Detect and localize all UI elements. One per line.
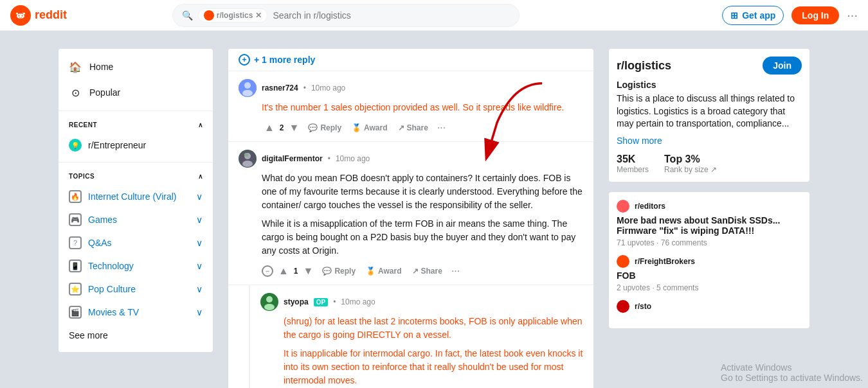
comment-styopa: styopa OP • 10mo ago (shrug) for at leas… (250, 285, 593, 388)
home-icon: 🏠 (69, 60, 82, 73)
avatar-digitalfermentor (239, 150, 257, 168)
popular-label: Popular (89, 87, 120, 98)
svg-point-5 (16, 12, 18, 14)
subreddit-name: r/logistics (217, 11, 253, 20)
search-input[interactable] (273, 10, 509, 21)
expand-qas-icon[interactable]: ∨ (196, 238, 203, 248)
feed-subreddit-name: r/editors (635, 202, 665, 211)
upvote-button-2[interactable]: ▲ (276, 263, 291, 279)
rank-value: Top 3% (664, 154, 717, 165)
sidebar-item-entrepreneur[interactable]: 💡 r/Entrepreneur (59, 134, 213, 157)
reply-button-2[interactable]: 💬 Reply (318, 264, 359, 278)
comment-author-2[interactable]: digitalFermentor (262, 154, 323, 163)
feed-item-sto[interactable]: r/sto (617, 300, 802, 313)
collapse-topics-icon[interactable]: ∧ (198, 173, 203, 180)
sidebar-item-qas[interactable]: ? Q&As ∨ (59, 231, 213, 254)
expand-replies-icon: + (239, 54, 250, 66)
qr-icon: ⊞ (730, 10, 738, 21)
top-navigation: reddit 🔍 r/logistics ✕ ⊞ Get app Log In … (0, 0, 868, 31)
comment-body: It's the number 1 sales objection provid… (239, 101, 583, 114)
expand-tech-icon[interactable]: ∨ (196, 261, 203, 271)
sidebar-item-technology[interactable]: 📱 Technology ∨ (59, 254, 213, 278)
nested-comment-styopa: styopa OP • 10mo ago (shrug) for at leas… (249, 285, 593, 388)
reddit-logo[interactable]: reddit (10, 5, 67, 26)
search-bar[interactable]: 🔍 r/logistics ✕ (172, 4, 520, 27)
feed-item-header-3: r/sto (617, 300, 802, 313)
pop-culture-icon: ⭐ (69, 283, 82, 295)
comment-body-3a: (shrug) for at least the last 2 incoterm… (260, 315, 583, 342)
more-options-button[interactable]: ··· (847, 8, 858, 22)
share-button-2[interactable]: ↗ Share (408, 264, 446, 278)
sidebar-item-popular[interactable]: ⊙ Popular (59, 80, 213, 105)
sidebar-item-movies-tv[interactable]: 🎬 Movies & TV ∨ (59, 301, 213, 324)
join-button[interactable]: Join (763, 57, 802, 75)
reply-button[interactable]: 💬 Reply (304, 121, 345, 135)
technology-icon: 📱 (69, 260, 82, 272)
internet-culture-icon: 🔥 (69, 190, 82, 203)
sidebar-item-games[interactable]: 🎮 Games ∨ (59, 208, 213, 231)
more-actions-button-2[interactable]: ··· (449, 263, 462, 279)
downvote-button-2[interactable]: ▼ (301, 263, 316, 279)
comment-digitalfermentor: digitalFermentor • 10mo ago What do you … (228, 142, 593, 285)
freightbrokers-icon (617, 255, 629, 268)
sidebar-left: 🏠 Home ⊙ Popular RECENT ∧ 💡 r/Entreprene… (59, 49, 213, 352)
editors-icon (617, 200, 629, 213)
sidebar-see-more[interactable]: See more (59, 324, 213, 347)
upvote-button[interactable]: ▲ (262, 119, 277, 136)
show-more-button[interactable]: Show more (617, 136, 662, 146)
login-button[interactable]: Log In (791, 6, 839, 24)
svg-point-9 (242, 90, 253, 96)
widget-stats: 35K Members Top 3% Rank by size ↗ (617, 154, 802, 174)
recent-section-title: RECENT ∧ (59, 116, 213, 134)
comment-time-3: 10mo ago (341, 297, 375, 306)
svg-point-3 (22, 15, 23, 16)
rank-label: Rank by size ↗ (664, 165, 717, 174)
widget-description: This is a place to discuss all things re… (617, 93, 802, 130)
comment-body-3b: It is inapplicable for intermodal cargo.… (260, 347, 583, 387)
feed-item-freightbrokers[interactable]: r/FreightBrokers FOB 2 upvotes · 5 comme… (617, 255, 802, 292)
expand-movies-icon[interactable]: ∨ (196, 307, 203, 317)
comment-author[interactable]: rasner724 (262, 84, 298, 93)
avatar-rasner724 (239, 79, 257, 97)
award-icon: 🏅 (352, 123, 361, 132)
members-label: Members (617, 165, 649, 174)
more-reply-bar[interactable]: + + 1 more reply (228, 49, 593, 71)
expand-icon[interactable]: ∨ (196, 191, 203, 202)
feed-item-editors[interactable]: r/editors More bad news about SanDisk SS… (617, 200, 802, 247)
collapse-button[interactable]: − (262, 265, 273, 277)
expand-pop-icon[interactable]: ∨ (196, 284, 203, 294)
svg-point-16 (266, 296, 273, 303)
feed-subreddit-name-2: r/FreightBrokers (635, 257, 695, 266)
award-button-2[interactable]: 🏅 Award (362, 264, 405, 278)
more-actions-button[interactable]: ··· (435, 119, 448, 136)
sidebar-item-pop-culture[interactable]: ⭐ Pop Culture ∨ (59, 278, 213, 301)
comment-body-2b: While it is a misapplication of the term… (239, 217, 583, 258)
award-icon-2: 🏅 (366, 267, 375, 276)
sidebar-item-internet-culture[interactable]: 🔥 Internet Culture (Viral) ∨ (59, 185, 213, 208)
entrepreneur-label: r/Entrepreneur (88, 140, 146, 150)
comment-author-3[interactable]: styopa (284, 297, 309, 306)
svg-point-1 (17, 13, 24, 19)
share-button[interactable]: ↗ Share (394, 121, 432, 135)
topics-section-title: TOPICS ∧ (59, 168, 213, 185)
svg-point-13 (244, 153, 248, 157)
downvote-button[interactable]: ▼ (287, 119, 302, 136)
feed-item-meta: 71 upvotes · 76 comments (617, 238, 802, 247)
members-value: 35K (617, 154, 649, 165)
collapse-recent-icon[interactable]: ∧ (198, 121, 203, 128)
get-app-button[interactable]: ⊞ Get app (722, 6, 784, 25)
feed-item-meta-2: 2 upvotes · 5 comments (617, 283, 802, 292)
home-label: Home (89, 62, 113, 72)
award-button[interactable]: 🏅 Award (348, 121, 391, 135)
comment-header: rasner724 • 10mo ago (239, 79, 583, 97)
subreddit-tag[interactable]: r/logistics ✕ (198, 8, 268, 22)
comment-time-2: 10mo ago (336, 154, 370, 163)
expand-games-icon[interactable]: ∨ (196, 215, 203, 225)
comment-header-3: styopa OP • 10mo ago (260, 293, 583, 311)
main-content: + + 1 more reply rasner724 • 10mo ago (228, 49, 593, 388)
share-icon-2: ↗ (412, 267, 419, 276)
close-tag-icon[interactable]: ✕ (255, 11, 262, 20)
members-stat: 35K Members (617, 154, 649, 174)
sub-icon (204, 10, 214, 21)
sidebar-item-home[interactable]: 🏠 Home (59, 54, 213, 80)
